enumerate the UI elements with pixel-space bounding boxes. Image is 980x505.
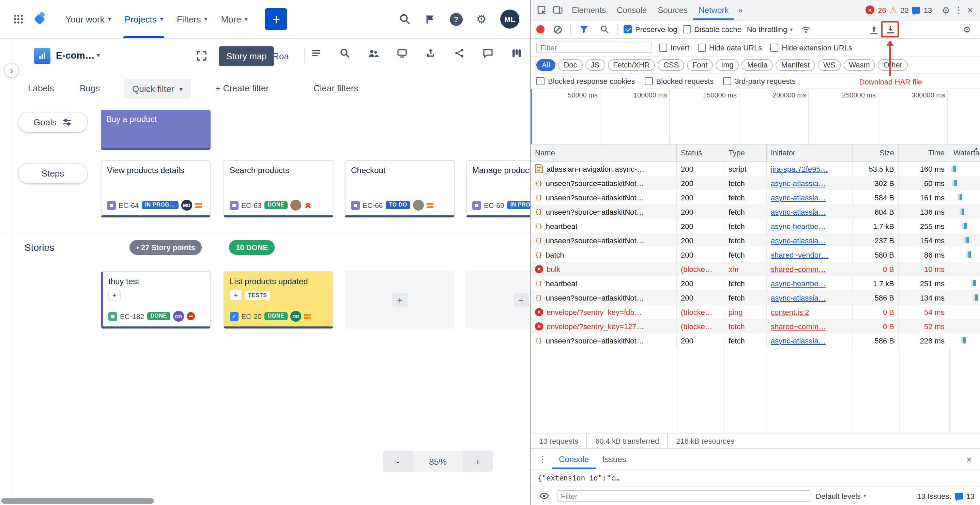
add-story-button[interactable]: +	[392, 293, 407, 307]
network-request-row[interactable]: {}heartbeat200fetchasync-heartbe…1.7 kB2…	[531, 276, 980, 290]
zoom-out-button[interactable]: -	[383, 451, 413, 472]
filter-chip-font[interactable]: Font	[687, 59, 713, 70]
console-levels-select[interactable]: Default levels ▾	[816, 492, 866, 500]
network-request-row[interactable]: {}unseen?source=atlaskitNot…200fetchasyn…	[531, 190, 980, 204]
column-header-status[interactable]: Status	[677, 145, 724, 161]
story-card[interactable]: List products updated+TESTS✓EC-20DONEDD	[224, 271, 333, 328]
create-filter-button[interactable]: + Create filter	[215, 83, 269, 93]
export-icon[interactable]	[425, 48, 437, 59]
bugs-link[interactable]: Bugs	[80, 83, 100, 93]
filter-chip-css[interactable]: CSS	[658, 59, 684, 70]
detail-view-icon[interactable]	[311, 48, 322, 59]
initiator-link[interactable]: async-heartbe…	[771, 222, 826, 230]
filter-chip-doc[interactable]: Doc	[558, 59, 582, 70]
checkbox-hide-extension-urls[interactable]: Hide extension URLs	[770, 43, 852, 51]
network-request-row[interactable]: ×bulk(blocke…xhrshared~comm…0 B10 ms	[531, 262, 980, 276]
initiator-link[interactable]: shared~comm…	[771, 265, 826, 273]
initiator-link[interactable]: async-atlassia…	[771, 236, 826, 244]
initiator-link[interactable]: shared~comm…	[771, 322, 826, 330]
drawer-tab-console[interactable]: Console	[552, 449, 596, 469]
network-request-row[interactable]: {}batch200fetchshared~vendor…580 B86 ms	[531, 247, 980, 262]
devtools-tab-network[interactable]: Network	[693, 0, 734, 20]
search-network-icon[interactable]	[597, 22, 612, 37]
column-header-initiator[interactable]: Initiator	[767, 145, 853, 161]
user-avatar[interactable]: ML	[500, 10, 519, 29]
story-map-view-button[interactable]: Story map	[219, 46, 274, 66]
network-settings-icon[interactable]: ⚙	[959, 22, 975, 37]
filter-chip-manifest[interactable]: Manifest	[776, 59, 815, 70]
network-request-row[interactable]: {}unseen?source=atlaskitNot…200fetchasyn…	[531, 204, 980, 219]
filter-chip-other[interactable]: Other	[878, 59, 908, 70]
project-title[interactable]: E-com…	[56, 50, 95, 61]
network-request-row[interactable]: {}unseen?source=atlaskitNot…200fetchasyn…	[531, 290, 980, 304]
disable-cache-checkbox[interactable]: Disable cache	[683, 25, 741, 33]
filter-chip-img[interactable]: Img	[716, 59, 739, 70]
issues-bubble-icon[interactable]	[912, 6, 920, 13]
device-toolbar-icon[interactable]	[550, 2, 565, 18]
devtools-close-icon[interactable]: ×	[967, 4, 973, 16]
fullscreen-icon[interactable]	[196, 51, 207, 61]
network-request-row[interactable]: ×envelope/?sentry_key=fdb…(blocke…pingco…	[531, 304, 980, 319]
nav-menu-projects[interactable]: Projects▾	[118, 0, 170, 38]
checkbox-3rd-party-requests[interactable]: 3rd-party requests	[723, 77, 795, 85]
column-header-time[interactable]: Time	[899, 145, 949, 161]
filter-chip-wasm[interactable]: Wasm	[843, 59, 875, 70]
filter-chip-js[interactable]: JS	[585, 59, 605, 70]
filter-funnel-icon[interactable]	[577, 22, 592, 37]
initiator-link[interactable]: async-atlassia…	[771, 336, 826, 344]
console-filter-input[interactable]	[557, 490, 810, 502]
network-request-row[interactable]: ×envelope/?sentry_key=127…(blocke…fetchs…	[531, 319, 980, 333]
more-panels-icon[interactable]: »	[735, 5, 745, 15]
column-header-name[interactable]: Name	[531, 145, 677, 161]
initiator-link[interactable]: shared~vendor…	[771, 250, 828, 259]
step-card[interactable]: View products detailsEC-64IN PROG…MD	[101, 160, 211, 217]
help-icon[interactable]: ?	[450, 13, 463, 25]
inspect-element-icon[interactable]	[534, 2, 549, 18]
checkbox-invert[interactable]: Invert	[659, 43, 689, 51]
search-icon[interactable]	[399, 13, 411, 25]
network-request-row[interactable]: {}unseen?source=atlaskitNot…200fetchasyn…	[531, 233, 980, 247]
comment-icon[interactable]	[482, 48, 494, 59]
initiator-link[interactable]: jira-spa.72fe95…	[771, 164, 828, 173]
search-icon[interactable]	[339, 48, 351, 59]
add-label-button[interactable]: +	[230, 290, 242, 301]
clear-filters-button[interactable]: Clear filters	[313, 83, 358, 93]
devtools-tab-elements[interactable]: Elements	[566, 0, 611, 20]
add-story-button[interactable]: +	[514, 293, 528, 307]
issues-counter[interactable]: 13 Issues: 13	[917, 492, 975, 500]
announcements-flag-icon[interactable]	[425, 13, 436, 25]
monitor-icon[interactable]	[397, 48, 408, 59]
chevron-down-icon[interactable]: ▾	[97, 52, 100, 59]
devtools-menu-icon[interactable]: ⋮	[954, 5, 963, 15]
network-request-row[interactable]: {}unseen?source=atlaskitNot…200fetchasyn…	[531, 176, 980, 190]
import-har-button[interactable]	[866, 22, 881, 37]
devtools-tab-sources[interactable]: Sources	[652, 0, 693, 20]
step-card[interactable]: Search productsEC-63DONE	[224, 160, 333, 217]
nav-menu-your-work[interactable]: Your work▾	[59, 0, 118, 38]
share-icon[interactable]	[454, 48, 466, 59]
filter-chip-media[interactable]: Media	[742, 59, 773, 70]
nav-menu-filters[interactable]: Filters▾	[170, 0, 214, 38]
network-request-row[interactable]: {}unseen?source=atlaskitNot…200fetchasyn…	[531, 333, 980, 347]
zoom-in-button[interactable]: +	[463, 451, 493, 472]
drawer-menu-icon[interactable]: ⋮	[535, 454, 550, 464]
warnings-badge-icon[interactable]: ⚠	[890, 6, 897, 14]
checkbox-blocked-requests[interactable]: Blocked requests	[645, 77, 714, 85]
console-message[interactable]: {"extension_id":"c…	[531, 470, 980, 487]
column-header-type[interactable]: Type	[724, 145, 767, 161]
errors-badge-icon[interactable]: ×	[865, 5, 874, 14]
filter-chip-fetchxhr[interactable]: Fetch/XHR	[608, 59, 655, 70]
labels-link[interactable]: Labels	[28, 83, 54, 93]
network-conditions-icon[interactable]	[798, 22, 813, 37]
step-card[interactable]: CheckoutEC-66TO DO	[345, 160, 455, 217]
network-filter-input[interactable]	[536, 41, 652, 53]
story-card[interactable]: thuy test+EC-182DONEDD	[101, 271, 211, 328]
column-header-waterfall[interactable]: Waterfall▲	[949, 145, 980, 161]
throttling-select[interactable]: No throttling ▾	[747, 25, 793, 33]
record-network-log-button[interactable]	[536, 25, 544, 33]
console-eye-icon[interactable]	[536, 488, 551, 503]
quick-filter-button[interactable]: Quick filter ▾	[124, 79, 191, 99]
drawer-close-icon[interactable]: ×	[962, 454, 976, 464]
filter-chip-ws[interactable]: WS	[818, 59, 841, 70]
initiator-link[interactable]: content.js:2	[771, 308, 809, 316]
